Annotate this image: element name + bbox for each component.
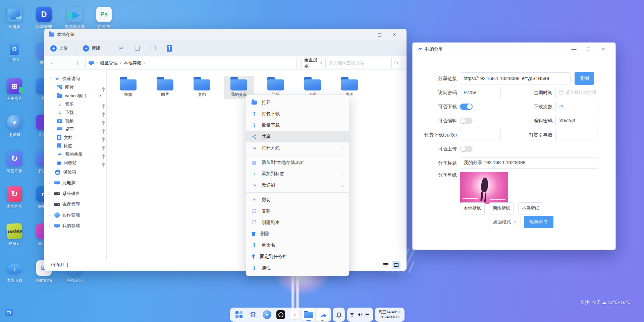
- menu-item-duplicate[interactable]: ❐创建副本: [246, 217, 349, 228]
- save-share-button[interactable]: 保存分享: [524, 216, 553, 228]
- sidebar-item-图片[interactable]: 图片: [44, 83, 106, 91]
- paid-download-input[interactable]: [460, 129, 501, 140]
- minimize-button[interactable]: —: [567, 43, 581, 55]
- upload-button[interactable]: + 上传: [50, 45, 68, 52]
- edit-password-input[interactable]: [555, 115, 598, 126]
- sidebar-item-标签[interactable]: 标签: [44, 142, 106, 150]
- sidebar-item-webos项目[interactable]: webos项目×: [44, 91, 106, 100]
- menu-item-download[interactable]: ↧打包下载: [246, 108, 349, 120]
- wallpaper-button-小鸟壁纸[interactable]: 小鸟壁纸: [518, 202, 543, 214]
- taskbar-app-share[interactable]: [316, 308, 329, 321]
- minimize-button[interactable]: —: [358, 29, 372, 40]
- weather-widget[interactable]: 长沙: 今天 ☁ 13℃~16℃: [580, 300, 631, 306]
- sidebar-item-文档[interactable]: 文档: [44, 133, 106, 142]
- desktop-icon-version-manager[interactable]: D版本管理: [29, 7, 59, 29]
- sidebar-item-此电脑[interactable]: ›此电脑: [44, 178, 106, 188]
- close-button[interactable]: ×: [596, 43, 611, 55]
- desktop-icon-online-ps[interactable]: Ps在线PS: [89, 7, 119, 29]
- access-password-input[interactable]: [460, 87, 501, 98]
- menu-item-plus[interactable]: +添加到标签›: [246, 168, 349, 180]
- sidebar-item-回收站[interactable]: 回收站: [44, 158, 106, 167]
- breadcrumb[interactable]: ›磁盘管理›本地存储›: [85, 58, 297, 68]
- grid-view-button[interactable]: [392, 261, 400, 269]
- desktop-icon-recycle-bin[interactable]: ♻回收站: [0, 43, 29, 62]
- editable-toggle[interactable]: [460, 118, 473, 124]
- clock-pill[interactable]: 周三14:48:11 2024/03/13: [375, 308, 405, 322]
- sidebar-item-音乐[interactable]: ♪音乐: [44, 100, 106, 108]
- cut-icon[interactable]: ✂: [115, 45, 127, 52]
- share-link-input[interactable]: [460, 72, 571, 84]
- wallpaper-thumbnail[interactable]: [460, 172, 508, 204]
- sidebar-item-下载[interactable]: ↧下载: [44, 108, 106, 117]
- folder-item-文档[interactable]: 文档: [187, 76, 217, 99]
- menu-item-share[interactable]: 共享: [246, 131, 349, 142]
- desktop-icon-notes[interactable]: notes随身记: [0, 223, 29, 246]
- maximize-button[interactable]: [372, 29, 387, 40]
- sidebar-item-桌面[interactable]: 桌面: [44, 125, 106, 133]
- sidebar-item-系统磁盘[interactable]: ›系统磁盘: [44, 188, 106, 199]
- desktop-icon-video-player[interactable]: ▶▶视频播放器: [60, 7, 90, 29]
- new-button[interactable]: + 新建: [83, 45, 100, 52]
- desktop-icon-local-sync[interactable]: ↻本地同步: [0, 186, 29, 209]
- paste-icon[interactable]: ❐: [148, 45, 159, 52]
- folder-item-图片[interactable]: 图片: [150, 76, 180, 99]
- share-title-input[interactable]: [460, 157, 598, 169]
- sidebar-item-保险箱[interactable]: 保险箱: [44, 167, 106, 178]
- menu-item-pin[interactable]: 固定到任务栏: [246, 251, 349, 262]
- desktop-icon-browser[interactable]: ➤浏览器: [0, 115, 29, 137]
- taskbar-app-browser[interactable]: ➤: [261, 308, 273, 321]
- menu-item-copy[interactable]: ❏复制: [246, 205, 349, 217]
- tip-guide-input[interactable]: [555, 129, 598, 140]
- menu-item-zip[interactable]: ▤添加到"本地存储.zip": [246, 157, 349, 168]
- notification-pill[interactable]: [333, 308, 345, 322]
- rename-icon[interactable]: I: [164, 45, 175, 52]
- back-button[interactable]: ←: [49, 60, 57, 66]
- search-scope-select[interactable]: 全盘搜索 ∨: [301, 58, 326, 68]
- list-view-button[interactable]: [383, 263, 388, 267]
- menu-item-cut[interactable]: ✂剪切: [246, 194, 349, 205]
- expire-time-picker[interactable]: 请选择过期时间: [555, 87, 598, 98]
- forward-button[interactable]: →: [61, 60, 69, 66]
- menu-item-folder-open[interactable]: 打开: [246, 97, 349, 108]
- sidebar-item-磁盘管理[interactable]: ›磁盘管理: [44, 199, 106, 210]
- menu-item-delete[interactable]: 删除: [246, 228, 349, 240]
- desktop-icon-cross-disk-sync[interactable]: ↻跨盘同步: [0, 151, 29, 173]
- window-titlebar[interactable]: 本地存储 — ×: [44, 29, 407, 40]
- copy-link-button[interactable]: 复制: [575, 72, 594, 85]
- copy-icon[interactable]: ❏: [131, 45, 143, 52]
- desktop-icon-offline-download[interactable]: ↓离线下载: [0, 260, 29, 283]
- desktop-icon-app-store[interactable]: ⊞应用商店: [0, 78, 29, 101]
- sidebar-group-quick-access[interactable]: ›★快速访问: [44, 74, 106, 83]
- menu-item-rename[interactable]: I重命名: [246, 240, 349, 251]
- sidebar-item-协作管理[interactable]: ›协作管理: [44, 210, 106, 220]
- taskbar-app-music[interactable]: ♪: [288, 308, 301, 321]
- menu-item-download[interactable]: ↧批量下载: [246, 120, 349, 131]
- search-input[interactable]: [326, 58, 392, 68]
- breadcrumb-crumb[interactable]: 磁盘管理: [100, 60, 117, 66]
- sidebar-item-我的共享[interactable]: 我的共享: [44, 150, 106, 158]
- menu-item-open-with[interactable]: ↪打开方式›: [246, 142, 349, 154]
- breadcrumb-crumb[interactable]: 本地存储: [124, 60, 141, 66]
- downloadable-toggle[interactable]: [460, 104, 473, 110]
- wallpaper-button-网络壁纸[interactable]: 网络壁纸: [489, 202, 514, 214]
- close-button[interactable]: ×: [387, 29, 402, 40]
- desktop-icon-computer[interactable]: 此电脑: [0, 7, 29, 29]
- sidebar-item-我的存储[interactable]: ›我的存储: [44, 220, 106, 231]
- maximize-button[interactable]: [581, 43, 596, 55]
- dialog-titlebar[interactable]: 我的分享 — ×: [413, 43, 615, 55]
- taskbar-app-settings[interactable]: ⚙: [247, 308, 259, 321]
- system-tray-pill[interactable]: [347, 308, 373, 322]
- menu-item-info[interactable]: i属性: [246, 262, 349, 274]
- up-button[interactable]: ↑: [73, 60, 81, 66]
- search-button[interactable]: [392, 58, 402, 68]
- taskbar-app-start[interactable]: [233, 308, 246, 321]
- corner-app-icon[interactable]: [5, 309, 13, 316]
- download-count-input[interactable]: [555, 101, 598, 112]
- folder-item-视频[interactable]: 视频: [113, 76, 143, 99]
- taskbar-app-recorder[interactable]: [274, 308, 287, 321]
- remove-icon[interactable]: ×: [99, 93, 102, 98]
- uploadable-toggle[interactable]: [460, 146, 473, 152]
- sidebar-item-视频[interactable]: 视频: [44, 117, 106, 125]
- menu-item-send[interactable]: ↷发送到›: [246, 180, 349, 191]
- wallpaper-button-本地壁纸[interactable]: 本地壁纸: [460, 202, 485, 214]
